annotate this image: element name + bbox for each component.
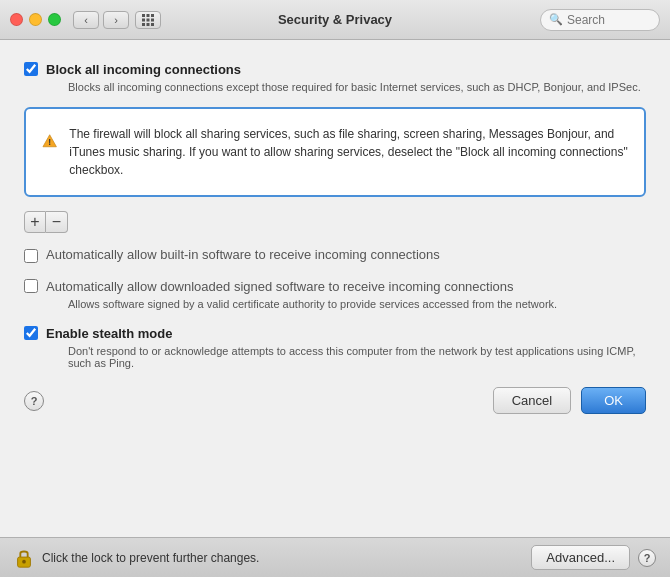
nav-buttons: ‹ › [73, 11, 129, 29]
allow-builtin-checkbox[interactable] [24, 249, 38, 263]
block-incoming-row: Block all incoming connections Blocks al… [24, 60, 646, 93]
search-icon: 🔍 [549, 13, 563, 26]
close-button[interactable] [10, 13, 23, 26]
search-input[interactable] [567, 13, 651, 27]
allow-builtin-row: Automatically allow built-in software to… [24, 247, 646, 263]
svg-rect-2 [151, 14, 154, 17]
traffic-lights [10, 13, 61, 26]
svg-rect-3 [142, 18, 145, 21]
ok-button[interactable]: OK [581, 387, 646, 414]
plus-minus-row: + − [24, 211, 646, 233]
svg-rect-4 [147, 18, 150, 21]
allow-downloaded-label[interactable]: Automatically allow downloaded signed so… [46, 279, 514, 294]
allow-downloaded-row: Automatically allow downloaded signed so… [24, 277, 646, 310]
block-incoming-checkbox[interactable] [24, 62, 38, 76]
stealth-mode-checkbox[interactable] [24, 326, 38, 340]
svg-rect-1 [147, 14, 150, 17]
dialog-content: Block all incoming connections Blocks al… [0, 40, 670, 537]
svg-text:!: ! [48, 137, 51, 147]
allow-downloaded-desc: Allows software signed by a valid certif… [68, 298, 557, 310]
svg-rect-7 [147, 23, 150, 26]
svg-point-12 [22, 559, 26, 563]
stealth-mode-block: Enable stealth mode Don't respond to or … [24, 324, 646, 369]
statusbar: Click the lock to prevent further change… [0, 537, 670, 577]
minimize-button[interactable] [29, 13, 42, 26]
forward-button[interactable]: › [103, 11, 129, 29]
cancel-button[interactable]: Cancel [493, 387, 571, 414]
svg-rect-5 [151, 18, 154, 21]
allow-builtin-label[interactable]: Automatically allow built-in software to… [46, 247, 440, 262]
svg-rect-8 [151, 23, 154, 26]
maximize-button[interactable] [48, 13, 61, 26]
allow-downloaded-block: Automatically allow downloaded signed so… [24, 277, 646, 310]
stealth-mode-desc: Don't respond to or acknowledge attempts… [68, 345, 646, 369]
allow-downloaded-checkbox[interactable] [24, 279, 38, 293]
warning-icon: ! [42, 125, 57, 157]
statusbar-help-button[interactable]: ? [638, 549, 656, 567]
grid-button[interactable] [135, 11, 161, 29]
search-box[interactable]: 🔍 [540, 9, 660, 31]
remove-button[interactable]: − [46, 211, 68, 233]
window-title: Security & Privacy [278, 12, 392, 27]
lock-icon[interactable] [14, 547, 34, 569]
advanced-button[interactable]: Advanced... [531, 545, 630, 570]
block-incoming-desc: Blocks all incoming connections except t… [68, 81, 641, 93]
help-button[interactable]: ? [24, 391, 44, 411]
block-incoming-label[interactable]: Block all incoming connections [46, 62, 241, 77]
warning-box: ! The firewall will block all sharing se… [24, 107, 646, 197]
stealth-mode-row: Enable stealth mode Don't respond to or … [24, 324, 646, 369]
warning-text: The firewall will block all sharing serv… [69, 125, 628, 179]
back-button[interactable]: ‹ [73, 11, 99, 29]
add-button[interactable]: + [24, 211, 46, 233]
titlebar: ‹ › Security & Privacy 🔍 [0, 0, 670, 40]
stealth-mode-label[interactable]: Enable stealth mode [46, 326, 172, 341]
svg-rect-0 [142, 14, 145, 17]
lock-text: Click the lock to prevent further change… [42, 551, 259, 565]
lock-area: Click the lock to prevent further change… [14, 547, 259, 569]
allow-builtin-block: Automatically allow built-in software to… [24, 247, 646, 263]
action-row: ? Cancel OK [24, 387, 646, 414]
svg-rect-6 [142, 23, 145, 26]
